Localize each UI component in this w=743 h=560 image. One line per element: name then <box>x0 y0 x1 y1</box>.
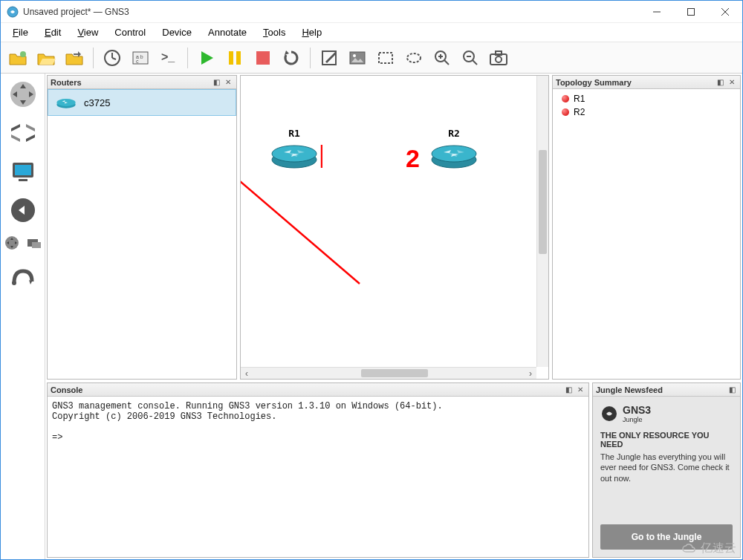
draw-rect-icon[interactable] <box>373 45 398 71</box>
end-devices-category-icon[interactable] <box>7 155 39 188</box>
annotation-mark-2: 2 <box>406 144 420 173</box>
svg-line-22 <box>444 60 449 65</box>
start-all-icon[interactable] <box>194 45 219 71</box>
switches-category-icon[interactable] <box>7 117 39 149</box>
add-note-icon[interactable] <box>317 45 342 71</box>
node-label-r2: R2 <box>430 128 478 139</box>
router-template-item[interactable]: c3725 <box>48 89 236 116</box>
svg-point-30 <box>496 56 502 62</box>
workspace-canvas[interactable]: R1 R2 | 2 <box>240 75 549 380</box>
svg-rect-34 <box>19 179 27 181</box>
jungle-panel-title: Jungle Newsfeed <box>596 385 725 394</box>
svg-line-8 <box>112 58 116 59</box>
panel-undock-icon[interactable]: ◧ <box>563 385 574 395</box>
svg-rect-13 <box>229 51 233 65</box>
jungle-headline: THE ONLY RESOURCE YOU NEED <box>600 431 733 449</box>
svg-line-26 <box>473 60 477 65</box>
status-dot-icon <box>562 108 569 116</box>
close-button[interactable] <box>708 1 742 23</box>
menu-device[interactable]: Device <box>155 25 199 40</box>
save-project-icon[interactable] <box>62 45 87 71</box>
topology-item-label: R1 <box>574 94 585 104</box>
new-project-icon[interactable] <box>5 45 30 71</box>
gns3-logo-icon <box>600 405 618 423</box>
panel-undock-icon[interactable]: ◧ <box>715 77 725 88</box>
panel-undock-icon[interactable]: ◧ <box>211 77 221 88</box>
panel-close-icon[interactable]: ✕ <box>223 77 233 88</box>
zoom-in-icon[interactable] <box>429 45 455 71</box>
jungle-panel: Jungle Newsfeed ◧ GNS3Jungle THE ONLY RE… <box>592 382 741 558</box>
screenshot-icon[interactable] <box>486 45 511 71</box>
minimize-button[interactable] <box>640 1 674 23</box>
svg-text:c: c <box>136 59 139 64</box>
add-link-icon[interactable] <box>7 259 39 292</box>
router-node-r2[interactable] <box>430 139 478 169</box>
topology-item[interactable]: R1 <box>556 92 737 105</box>
routers-category-icon[interactable] <box>7 78 39 111</box>
menu-view[interactable]: View <box>70 25 106 40</box>
svg-rect-29 <box>496 51 502 55</box>
jungle-description: The Jungle has everything you will ever … <box>600 452 733 484</box>
security-devices-category-icon[interactable] <box>7 194 39 227</box>
svg-rect-15 <box>256 51 270 65</box>
svg-rect-33 <box>15 165 31 175</box>
topology-panel-title: Topology Summary <box>556 78 713 87</box>
canvas-horizontal-scrollbar[interactable]: ‹› <box>241 367 536 379</box>
router-icon <box>56 96 77 109</box>
svg-point-5 <box>20 51 26 57</box>
stop-all-icon[interactable] <box>250 45 276 71</box>
maximize-button[interactable] <box>674 1 708 23</box>
routers-panel-title: Routers <box>51 78 210 87</box>
menu-tools[interactable]: Tools <box>256 25 293 40</box>
workspace-canvas-container: R1 R2 | 2 <box>240 75 549 380</box>
cloud-icon[interactable] <box>24 232 45 253</box>
svg-point-20 <box>407 53 421 62</box>
svg-rect-38 <box>32 242 41 248</box>
router-template-label: c3725 <box>84 97 110 108</box>
console-panel: Console ◧ ✕ GNS3 management console. Run… <box>47 382 589 558</box>
svg-line-46 <box>240 105 360 284</box>
all-devices-icon[interactable] <box>1 232 22 253</box>
topology-item[interactable]: R2 <box>556 105 737 119</box>
svg-point-39 <box>12 281 16 285</box>
console-all-icon[interactable]: >_ <box>156 45 181 71</box>
svg-rect-2 <box>688 8 695 15</box>
panel-close-icon[interactable]: ✕ <box>575 385 585 395</box>
show-names-icon[interactable]: a bc <box>128 45 153 71</box>
console-panel-title: Console <box>51 385 562 394</box>
svg-rect-14 <box>236 51 241 65</box>
watermark: 亿速云 <box>681 541 736 556</box>
menu-annotate[interactable]: Annotate <box>201 25 254 40</box>
status-dot-icon <box>562 95 569 102</box>
routers-panel: Routers ◧ ✕ c3725 <box>47 75 237 380</box>
menu-file[interactable]: File <box>5 25 36 40</box>
titlebar: Unsaved project* — GNS3 <box>1 1 742 23</box>
device-dock <box>1 74 45 559</box>
pause-all-icon[interactable] <box>222 45 247 71</box>
svg-rect-19 <box>379 53 392 63</box>
open-project-icon[interactable] <box>33 45 59 71</box>
zoom-out-icon[interactable] <box>458 45 483 71</box>
jungle-logo: GNS3Jungle <box>600 404 733 423</box>
topology-panel: Topology Summary ◧ ✕ R1 R2 <box>552 75 741 380</box>
insert-image-icon[interactable] <box>345 45 370 71</box>
menu-edit[interactable]: Edit <box>37 25 68 40</box>
panel-undock-icon[interactable]: ◧ <box>727 385 737 395</box>
window-title: Unsaved project* — GNS3 <box>23 7 640 17</box>
annotation-arrow <box>240 98 374 291</box>
menubar: File Edit View Control Device Annotate T… <box>1 23 742 42</box>
snapshot-icon[interactable] <box>100 45 125 71</box>
cloud-icon <box>681 544 698 554</box>
panel-close-icon[interactable]: ✕ <box>727 77 737 88</box>
topology-item-label: R2 <box>574 107 585 117</box>
menu-help[interactable]: Help <box>294 25 329 40</box>
reload-all-icon[interactable] <box>279 45 304 71</box>
canvas-vertical-scrollbar[interactable] <box>536 76 548 367</box>
svg-text:>_: >_ <box>161 51 175 63</box>
toolbar: a bc >_ <box>1 42 742 74</box>
svg-point-18 <box>353 54 356 57</box>
console-output[interactable]: GNS3 management console. Running GNS3 ve… <box>48 397 588 557</box>
menu-control[interactable]: Control <box>107 25 153 40</box>
draw-ellipse-icon[interactable] <box>401 45 426 71</box>
app-icon <box>7 6 19 18</box>
